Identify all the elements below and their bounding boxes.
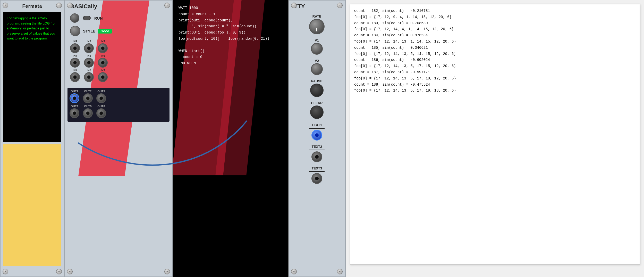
out1-jack[interactable] bbox=[70, 93, 79, 103]
outputs-section: OUT1 OUT2 OUT3 OUT4 OUT5 bbox=[67, 88, 170, 122]
in9-label: IN9 bbox=[100, 69, 105, 72]
screw-br: + bbox=[164, 269, 170, 274]
out2-jack[interactable] bbox=[83, 93, 93, 103]
log-line: foo[0] = {17, 12, 14, 13, 5, 14, 15, 12,… bbox=[354, 51, 635, 57]
screw-tl: + bbox=[3, 3, 8, 8]
pause-button[interactable] bbox=[310, 84, 324, 97]
log-line: count = 184, sin(count) = 0.976584 bbox=[354, 32, 635, 39]
rate-label: RATE bbox=[312, 14, 321, 18]
out4-jack[interactable] bbox=[70, 108, 79, 118]
in7-jack[interactable] bbox=[70, 72, 80, 82]
good-badge: Good bbox=[98, 29, 112, 34]
text1-label: TEXT1 bbox=[312, 123, 322, 127]
screw-br: + bbox=[56, 269, 62, 274]
fermata-decoration bbox=[3, 144, 61, 266]
jack-in7: IN7 bbox=[70, 69, 80, 82]
log-line: count = 188, sin(count) = -0.475524 bbox=[354, 82, 635, 88]
jack-in4: IN4 bbox=[70, 54, 80, 68]
rate-knob[interactable] bbox=[309, 19, 325, 34]
text3-label: TEXT3 bbox=[312, 166, 322, 170]
in3-jack[interactable] bbox=[98, 43, 108, 53]
inputs-section: IN1 IN2 IN3 IN4 IN5 bbox=[65, 37, 172, 86]
run-led bbox=[83, 16, 91, 20]
log-paper: count = 182, sin(count) = -0.210781foo[0… bbox=[350, 4, 640, 265]
style-knob[interactable] bbox=[70, 26, 80, 36]
screw-bl: + bbox=[67, 269, 73, 274]
fermata-note: For debugging a BASICally program, seein… bbox=[3, 12, 61, 142]
text2-label: TEXT2 bbox=[312, 145, 322, 149]
log-line: foo[0] = {17, 12, 14, 13, 5, 17, 19, 12,… bbox=[354, 76, 635, 82]
run-knob[interactable] bbox=[70, 13, 79, 23]
rate-control: RATE bbox=[309, 14, 325, 34]
text3-underline bbox=[309, 171, 325, 172]
jack-in2: IN2 bbox=[84, 40, 94, 53]
pause-control: PAUSE bbox=[310, 79, 324, 97]
tty-panel: + + TTY RATE V1 V2 PAUSE CLEAR TEXT1 bbox=[289, 0, 345, 277]
jack-in6: IN6 bbox=[98, 54, 108, 68]
in7-label: IN7 bbox=[73, 69, 77, 72]
jack-in5: IN5 bbox=[84, 54, 94, 68]
text1-control: TEXT1 bbox=[309, 123, 325, 141]
in4-jack[interactable] bbox=[70, 58, 80, 68]
jack-out6: OUT6 bbox=[96, 105, 106, 118]
v2-knob[interactable] bbox=[311, 63, 323, 75]
log-line: count = 182, sin(count) = -0.210781 bbox=[354, 8, 635, 14]
text2-jack[interactable] bbox=[311, 151, 322, 162]
text1-jack[interactable] bbox=[311, 130, 322, 141]
in2-jack[interactable] bbox=[84, 43, 94, 53]
in4-label: IN4 bbox=[73, 54, 77, 57]
v1-label: V1 bbox=[315, 38, 319, 42]
text3-control: TEXT3 bbox=[309, 166, 325, 184]
text3-jack[interactable] bbox=[311, 173, 322, 184]
log-line: foo[0] = {17, 12, 14, 13, 5, 17, 19, 18,… bbox=[354, 88, 635, 94]
out3-jack[interactable] bbox=[96, 93, 106, 103]
basically-panel: + + BASICally RUN STYLE Good IN1 IN2 bbox=[64, 0, 173, 277]
style-area: STYLE Good bbox=[65, 25, 172, 37]
log-line: foo[0] = {17, 12, 14, 4, 1, 14, 15, 12, … bbox=[354, 26, 635, 32]
out1-label: OUT1 bbox=[71, 90, 78, 93]
jack-in9: IN9 bbox=[98, 69, 108, 82]
in5-jack[interactable] bbox=[84, 58, 94, 68]
out3-label: OUT3 bbox=[97, 90, 105, 93]
in1-label: IN1 bbox=[73, 40, 77, 43]
in9-jack[interactable] bbox=[98, 72, 108, 82]
clear-label: CLEAR bbox=[311, 101, 323, 105]
v1-knob[interactable] bbox=[311, 43, 323, 55]
style-label: STYLE bbox=[83, 29, 95, 33]
out2-label: OUT2 bbox=[84, 90, 91, 93]
jack-out5: OUT5 bbox=[83, 105, 93, 118]
log-panel: count = 182, sin(count) = -0.210781foo[0… bbox=[345, 0, 644, 277]
in1-jack[interactable] bbox=[70, 43, 80, 53]
code-editor[interactable]: WAIT 1000 count = count + 1 print(out1, … bbox=[173, 0, 288, 72]
screw-tl: + bbox=[67, 3, 73, 8]
jack-in3: IN3 bbox=[98, 40, 108, 53]
jack-out1: OUT1 bbox=[70, 90, 79, 103]
out6-jack[interactable] bbox=[96, 108, 106, 118]
screw-tr: + bbox=[56, 3, 62, 8]
in2-label: IN2 bbox=[87, 40, 91, 43]
in5-label: IN5 bbox=[87, 54, 91, 57]
log-line: foo[0] = {17, 12, 14, 13, 1, 14, 15, 12,… bbox=[354, 39, 635, 45]
in8-jack[interactable] bbox=[84, 72, 94, 82]
text1-underline bbox=[309, 128, 325, 129]
pause-label: PAUSE bbox=[311, 79, 323, 83]
in6-jack[interactable] bbox=[98, 58, 108, 68]
jack-out3: OUT3 bbox=[96, 90, 106, 103]
fermata-panel: + + Fermata For debugging a BASICally pr… bbox=[0, 0, 64, 277]
run-label: RUN bbox=[94, 16, 103, 20]
out5-jack[interactable] bbox=[83, 108, 93, 118]
code-panel: WAIT 1000 count = count + 1 print(out1, … bbox=[173, 0, 289, 277]
fermata-title: Fermata bbox=[1, 1, 64, 11]
input-row-3: IN7 IN8 IN9 bbox=[70, 69, 167, 82]
jack-in1: IN1 bbox=[70, 40, 80, 53]
clear-control: CLEAR bbox=[310, 101, 324, 119]
log-line: count = 186, sin(count) = -0.602024 bbox=[354, 57, 635, 63]
log-line: count = 185, sin(count) = 0.346621 bbox=[354, 45, 635, 51]
jack-out4: OUT4 bbox=[70, 105, 79, 118]
text2-underline bbox=[309, 150, 325, 150]
tty-controls: RATE V1 V2 PAUSE CLEAR TEXT1 TEXT2 bbox=[289, 11, 345, 187]
screw-br: + bbox=[337, 269, 343, 274]
clear-button[interactable] bbox=[310, 105, 324, 119]
tty-title: TTY bbox=[289, 1, 345, 11]
run-toggle[interactable] bbox=[83, 16, 91, 20]
